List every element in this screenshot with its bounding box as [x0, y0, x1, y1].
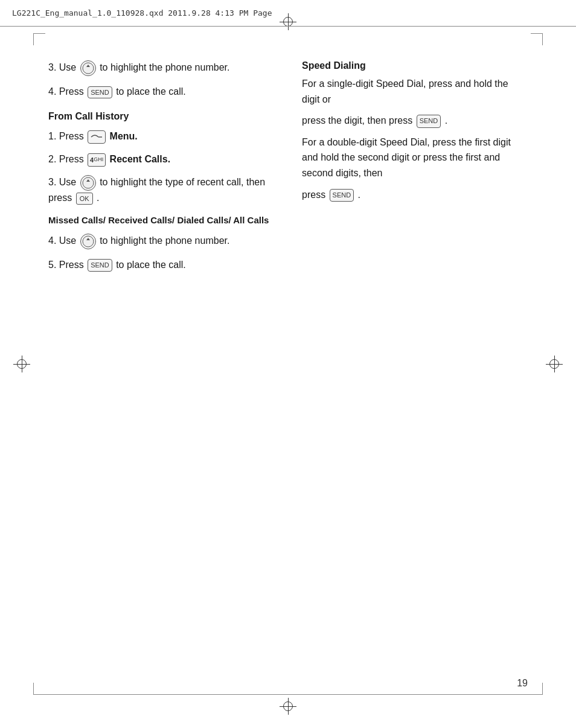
send-icon-para2: SEND	[417, 115, 441, 128]
corner-mark-bottom-right	[531, 683, 543, 695]
step-3b: 3. Use to highlight the type of recent c…	[48, 175, 278, 205]
nav-icon-3b	[80, 175, 96, 191]
filename-text: LG221C_Eng_manual_1.0_110928.qxd 2011.9.…	[12, 8, 272, 18]
send-icon-5: SEND	[88, 259, 112, 272]
corner-mark-top-right	[531, 33, 543, 45]
step-4a-suffix: to place the call.	[116, 86, 186, 97]
step-4b-suffix: to highlight the phone number.	[100, 235, 229, 246]
step-4a: 4. Press SEND to place the call.	[48, 85, 278, 99]
para2-prefix: press the digit, then press	[302, 115, 412, 126]
bottom-divider	[33, 694, 543, 695]
header-bar: LG221C_Eng_manual_1.0_110928.qxd 2011.9.…	[0, 0, 576, 27]
step-4b: 4. Use to highlight the phone number.	[48, 234, 278, 249]
step-4b-prefix: 4. Use	[48, 235, 79, 246]
para2-suffix: .	[445, 115, 447, 126]
sub-list-missed-calls: Missed Calls/ Received Calls/ Dialed Cal…	[48, 214, 278, 228]
step-3a: 3. Use to highlight the phone number.	[48, 60, 278, 76]
svg-point-3	[83, 177, 94, 188]
step-1: 1. Press Menu.	[48, 129, 278, 144]
speed-dialing-para4: press SEND .	[302, 187, 528, 203]
page-number: 19	[517, 678, 528, 689]
corner-mark-top-left	[33, 33, 45, 45]
registration-mark-left	[13, 356, 30, 372]
speed-dialing-para1: For a single-digit Speed Dial, press and…	[302, 76, 528, 107]
step-2-prefix: 2. Press	[48, 154, 86, 164]
registration-mark-bottom	[280, 698, 296, 715]
left-column: 3. Use to highlight the phone number. 4.…	[48, 60, 278, 668]
ok-icon-3b: OK	[76, 193, 93, 205]
nav-icon-3a	[80, 60, 96, 76]
step-3b-prefix: 3. Use	[48, 177, 79, 187]
menu-button-icon	[88, 130, 106, 144]
step-2: 2. Press 4GHI Recent Calls.	[48, 152, 278, 167]
step-1-prefix: 1. Press	[48, 131, 86, 141]
svg-point-0	[83, 63, 94, 74]
step-1-bold: Menu.	[110, 131, 138, 141]
send-icon-para4: SEND	[330, 189, 354, 202]
step-4a-prefix: 4. Press	[48, 86, 86, 97]
para4-prefix: press	[302, 190, 325, 200]
send-icon-4a: SEND	[88, 86, 112, 99]
right-column: Speed Dialing For a single-digit Speed D…	[302, 60, 528, 668]
speed-dialing-para2: press the digit, then press SEND .	[302, 113, 528, 129]
step-3a-prefix: 3. Use	[48, 62, 79, 72]
step-3a-suffix: to highlight the phone number.	[100, 62, 229, 72]
speed-dialing-heading: Speed Dialing	[302, 60, 528, 71]
registration-mark-right	[546, 356, 563, 372]
step-2-bold: Recent Calls.	[110, 154, 170, 164]
nav-icon-4b	[80, 234, 96, 249]
step-5: 5. Press SEND to place the call.	[48, 258, 278, 272]
corner-mark-bottom-left	[33, 683, 45, 695]
step-5-prefix: 5. Press	[48, 260, 86, 270]
step-5-suffix: to place the call.	[116, 260, 186, 270]
svg-point-5	[83, 236, 94, 247]
from-call-history-heading: From Call History	[48, 111, 278, 122]
4ghi-icon: 4GHI	[88, 153, 106, 167]
para4-suffix: .	[358, 190, 360, 200]
content-area: 3. Use to highlight the phone number. 4.…	[48, 60, 528, 668]
step-3b-suffix: .	[97, 193, 99, 203]
speed-dialing-para3: For a double-digit Speed Dial, press the…	[302, 135, 528, 181]
